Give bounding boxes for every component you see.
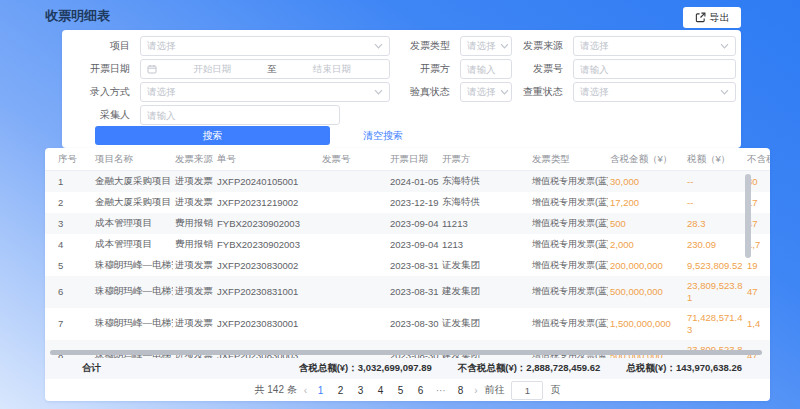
filter-field-采集人: 采集人 xyxy=(62,105,340,125)
table-row: 5珠穆朗玛峰—电梯安装进项发票JXFP202308300022023-08-31… xyxy=(45,255,770,276)
cell-date: 2023-12-19 xyxy=(388,192,440,213)
table-row: 7珠穆朗玛峰—电梯安装进项发票JXFP202308300012023-08-30… xyxy=(45,308,770,340)
select-查重状态[interactable]: 请选择 xyxy=(573,82,736,102)
cell-amount: 17,200 xyxy=(608,192,685,213)
cell-net: 47 xyxy=(745,340,770,359)
summary-label: 合计 xyxy=(82,362,101,375)
cell-type: 增值税专用发票(蓝) xyxy=(530,255,608,276)
column-header: 发票号 xyxy=(320,148,388,171)
cell-date: 2023-09-04 xyxy=(388,234,440,255)
horizontal-scrollbar-thumb[interactable] xyxy=(50,350,762,355)
page-number-2[interactable]: 2 xyxy=(334,385,347,396)
page-number-8[interactable]: 8 xyxy=(454,385,467,396)
filter-label: 采集人 xyxy=(62,108,140,122)
filter-field-发票类型: 发票类型请选择 xyxy=(362,36,512,56)
select-placeholder: 请选择 xyxy=(147,86,370,99)
page-number-6[interactable]: 6 xyxy=(414,385,427,396)
goto-page-input[interactable] xyxy=(511,381,543,400)
filter-field-发票来源: 发票来源请选择 xyxy=(502,36,736,56)
cell-order: JXFP20230830002 xyxy=(215,255,320,276)
cell-issuer: 东海特供 xyxy=(440,171,530,193)
cell-order: FYBX20230902003 xyxy=(215,213,320,234)
column-header: 项目名称 xyxy=(93,148,173,171)
cell-date: 2023-08-30 xyxy=(388,308,440,340)
text-input[interactable] xyxy=(580,64,729,75)
cell-invoice_no xyxy=(320,192,388,213)
cell-source: 进项发票 xyxy=(173,255,215,276)
column-header: 单号 xyxy=(215,148,320,171)
cell-issuer: 证发集团 xyxy=(440,255,530,276)
select-项目[interactable]: 请选择 xyxy=(140,36,390,56)
select-录入方式[interactable]: 请选择 xyxy=(140,82,390,102)
cell-invoice_no xyxy=(320,255,388,276)
prev-page-button[interactable]: ‹ xyxy=(304,385,307,396)
cell-source: 进项发票 xyxy=(173,192,215,213)
cell-order: JXFP20230830001 xyxy=(215,308,320,340)
filter-label: 发票号 xyxy=(502,62,573,76)
table-row: 4成本管理项目费用报销FYBX202309020032023-09-041213… xyxy=(45,234,770,255)
calendar-icon xyxy=(147,64,157,74)
cell-issuer: 建发集团 xyxy=(440,276,530,308)
table-row: 6珠穆朗玛峰—电梯安装进项发票JXFP202308310012023-08-31… xyxy=(45,276,770,308)
cell-no: 5 xyxy=(45,255,93,276)
page-number-4[interactable]: 4 xyxy=(374,385,387,396)
text-input[interactable] xyxy=(147,110,333,121)
filter-field-项目: 项目请选择 xyxy=(62,36,390,56)
cell-order: JXFP20240105001 xyxy=(215,171,320,193)
daterange-开票日期[interactable]: 开始日期至结束日期 xyxy=(140,59,390,79)
page-title: 收票明细表 xyxy=(45,7,110,25)
cell-order: FYBX20230902003 xyxy=(215,234,320,255)
cell-amount: 2,000 xyxy=(608,234,685,255)
filter-label: 发票类型 xyxy=(362,39,460,53)
summary-totals: 含税总额(¥)：3,032,699,097.89 不含税总额(¥)：2,888,… xyxy=(299,362,770,375)
cell-order: JXFP20230831001 xyxy=(215,276,320,308)
clear-search-link[interactable]: 清空搜索 xyxy=(363,129,403,143)
cell-invoice_no xyxy=(320,308,388,340)
next-page-button[interactable]: › xyxy=(474,385,477,396)
cell-invoice_no xyxy=(320,213,388,234)
cell-tax: -- xyxy=(685,192,745,213)
page-ellipsis: ··· xyxy=(434,385,447,396)
summary-row: 合计 含税总额(¥)：3,032,699,097.89 不含税总额(¥)：2,8… xyxy=(45,358,770,379)
cell-amount: 200,000,000 xyxy=(608,255,685,276)
filter-field-查重状态: 查重状态请选择 xyxy=(502,82,736,102)
column-header: 序号 xyxy=(45,148,93,171)
total-tax: 总税额(¥)：143,970,638.26 xyxy=(626,362,742,375)
input-发票号[interactable] xyxy=(573,59,736,79)
text-input[interactable] xyxy=(467,64,505,75)
cell-tax: 230.09 xyxy=(685,234,745,255)
filter-label: 开票日期 xyxy=(62,62,140,76)
total-without-tax: 不含税总额(¥)：2,888,728,459.62 xyxy=(458,362,601,375)
table-row: 2金融大厦采购项目进项发票JXFP202312190022023-12-19东海… xyxy=(45,192,770,213)
cell-project: 成本管理项目 xyxy=(93,213,173,234)
date-separator: 至 xyxy=(267,63,277,76)
vertical-scrollbar-thumb[interactable] xyxy=(745,174,751,258)
filter-label: 发票来源 xyxy=(502,39,573,53)
select-发票来源[interactable]: 请选择 xyxy=(573,36,736,56)
export-label: 导出 xyxy=(710,11,730,25)
export-button[interactable]: 导出 xyxy=(683,7,741,28)
input-采集人[interactable] xyxy=(140,105,340,125)
cell-amount: 1,500,000,000 xyxy=(608,308,685,340)
cell-tax: 28.3 xyxy=(685,213,745,234)
cell-project: 珠穆朗玛峰—电梯安装 xyxy=(93,255,173,276)
cell-source: 进项发票 xyxy=(173,340,215,359)
cell-type: 增值税专用发票(蓝) xyxy=(530,340,608,359)
cell-tax: 9,523,809.52 xyxy=(685,255,745,276)
filter-field-录入方式: 录入方式请选择 xyxy=(62,82,390,102)
column-header: 税额（¥） xyxy=(685,148,745,171)
column-header: 开票日期 xyxy=(388,148,440,171)
cell-no: 1 xyxy=(45,171,93,193)
table-body: 1金融大厦采购项目进项发票JXFP202401050012024-01-05东海… xyxy=(45,171,770,359)
page-number-1[interactable]: 1 xyxy=(314,385,327,396)
select-placeholder: 请选择 xyxy=(467,40,496,53)
cell-net: 19 xyxy=(745,255,770,276)
search-button[interactable]: 搜索 xyxy=(95,126,330,145)
invoice-report-screen: 收票明细表 导出 项目请选择发票类型请选择发票来源请选择开票日期开始日期至结束日… xyxy=(0,0,800,409)
cell-invoice_no xyxy=(320,171,388,193)
column-header: 不含税金额（¥） xyxy=(745,148,770,171)
page-number-3[interactable]: 3 xyxy=(354,385,367,396)
page-number-5[interactable]: 5 xyxy=(394,385,407,396)
cell-project: 珠穆朗玛峰—电梯安装 xyxy=(93,340,173,359)
cell-no: 6 xyxy=(45,276,93,308)
